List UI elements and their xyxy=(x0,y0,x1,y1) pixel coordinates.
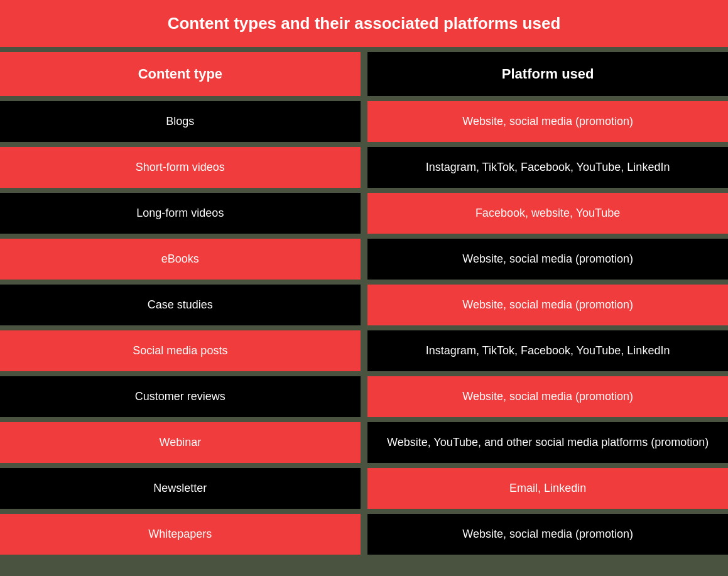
header-platform-used: Platform used xyxy=(367,52,728,96)
cell-left-3: eBooks xyxy=(0,239,361,280)
cell-left-6: Customer reviews xyxy=(0,376,361,417)
row-divider xyxy=(0,325,728,330)
cell-right-7: Website, YouTube, and other social media… xyxy=(367,422,728,463)
cell-gap xyxy=(361,147,368,188)
header-row: Content type Platform used xyxy=(0,52,728,96)
table-row: Short-form videosInstagram, TikTok, Face… xyxy=(0,147,728,188)
header-content-type: Content type xyxy=(0,52,361,96)
table-row: Case studiesWebsite, social media (promo… xyxy=(0,285,728,325)
cell-right-4: Website, social media (promotion) xyxy=(367,285,728,325)
cell-left-5: Social media posts xyxy=(0,330,361,371)
table-row: WebinarWebsite, YouTube, and other socia… xyxy=(0,422,728,463)
page-title: Content types and their associated platf… xyxy=(13,14,715,33)
cell-left-9: Whitepapers xyxy=(0,514,361,555)
row-divider xyxy=(0,417,728,422)
cell-right-1: Instagram, TikTok, Facebook, YouTube, Li… xyxy=(367,147,728,188)
cell-gap xyxy=(361,239,368,280)
cell-left-7: Webinar xyxy=(0,422,361,463)
cell-right-3: Website, social media (promotion) xyxy=(367,239,728,280)
table-row: WhitepapersWebsite, social media (promot… xyxy=(0,514,728,555)
row-divider xyxy=(0,96,728,101)
table-body: BlogsWebsite, social media (promotion)Sh… xyxy=(0,96,728,560)
cell-gap xyxy=(361,330,368,371)
cell-gap xyxy=(361,468,368,509)
table-row: Social media postsInstagram, TikTok, Fac… xyxy=(0,330,728,371)
header-gap xyxy=(361,52,368,96)
cell-gap xyxy=(361,285,368,325)
cell-left-0: Blogs xyxy=(0,101,361,142)
row-divider xyxy=(0,463,728,468)
page-wrapper: Content types and their associated platf… xyxy=(0,0,728,560)
cell-right-5: Instagram, TikTok, Facebook, YouTube, Li… xyxy=(367,330,728,371)
cell-left-4: Case studies xyxy=(0,285,361,325)
cell-gap xyxy=(361,422,368,463)
cell-gap xyxy=(361,193,368,234)
cell-left-1: Short-form videos xyxy=(0,147,361,188)
title-bar: Content types and their associated platf… xyxy=(0,0,728,47)
row-divider xyxy=(0,280,728,285)
cell-left-8: Newsletter xyxy=(0,468,361,509)
row-divider xyxy=(0,371,728,376)
table-row: NewsletterEmail, Linkedin xyxy=(0,468,728,509)
table-container: Content type Platform used BlogsWebsite,… xyxy=(0,52,728,560)
cell-right-9: Website, social media (promotion) xyxy=(367,514,728,555)
cell-right-8: Email, Linkedin xyxy=(367,468,728,509)
table-row: BlogsWebsite, social media (promotion) xyxy=(0,101,728,142)
cell-right-0: Website, social media (promotion) xyxy=(367,101,728,142)
row-divider xyxy=(0,142,728,147)
cell-left-2: Long-form videos xyxy=(0,193,361,234)
final-divider xyxy=(0,555,728,560)
cell-right-6: Website, social media (promotion) xyxy=(367,376,728,417)
row-divider xyxy=(0,188,728,193)
cell-gap xyxy=(361,101,368,142)
cell-gap xyxy=(361,376,368,417)
cell-gap xyxy=(361,514,368,555)
table-row: Customer reviewsWebsite, social media (p… xyxy=(0,376,728,417)
row-divider xyxy=(0,509,728,514)
row-divider xyxy=(0,234,728,239)
table-row: Long-form videosFacebook, website, YouTu… xyxy=(0,193,728,234)
cell-right-2: Facebook, website, YouTube xyxy=(367,193,728,234)
top-divider xyxy=(0,47,728,52)
table-row: eBooksWebsite, social media (promotion) xyxy=(0,239,728,280)
